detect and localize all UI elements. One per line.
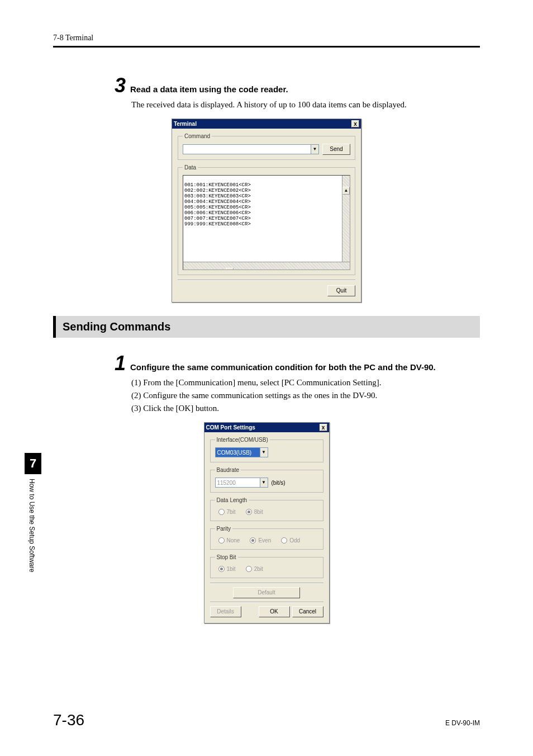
close-icon[interactable]: x [320, 424, 327, 431]
step-3-body: The received data is displayed. A histor… [131, 99, 474, 111]
section-heading-sending-commands: Sending Commands [53, 316, 480, 338]
cancel-button[interactable]: Cancel [292, 606, 323, 617]
com-port-settings-dialog: COM Port Settings x Interface(COM/USB) C… [204, 422, 330, 623]
baudrate-combobox[interactable]: 115200 ▼ [215, 478, 268, 488]
stopbit-legend: Stop Bit [215, 554, 238, 560]
running-head: 7-8 Terminal [53, 34, 480, 42]
page-number: 7-36 [53, 711, 84, 729]
baudrate-legend: Baudrate [215, 467, 241, 473]
scroll-left-icon[interactable]: ◄ [226, 268, 234, 270]
interface-combobox[interactable]: COM03(USB) ▼ [215, 447, 268, 457]
command-legend: Command [183, 133, 212, 139]
quit-button[interactable]: Quit [327, 285, 355, 296]
data-legend: Data [183, 164, 198, 171]
step-1-line-3: (3) Click the [OK] button. [131, 403, 474, 414]
default-button[interactable]: Default [233, 587, 300, 598]
parity-none-radio[interactable]: None [218, 537, 240, 544]
terminal-title: Terminal [174, 121, 197, 127]
step-1-line-1: (1) From the [Communication] menu, selec… [131, 377, 474, 389]
step-1-line-2: (2) Configure the same communication set… [131, 390, 474, 401]
parity-odd-radio[interactable]: Odd [281, 537, 300, 544]
header-rule [53, 46, 480, 48]
datalength-8bit-radio[interactable]: 8bit [246, 509, 263, 515]
step-1-title: Configure the same communication conditi… [130, 362, 436, 372]
com-dialog-title: COM Port Settings [206, 424, 255, 431]
datalength-7bit-radio[interactable]: 7bit [218, 509, 236, 515]
chevron-down-icon[interactable]: ▼ [260, 448, 268, 457]
step-3-title: Read a data item using the code reader. [130, 84, 288, 94]
step-number-1: 1 [115, 353, 126, 374]
interface-value: COM03(USB) [217, 450, 252, 456]
chevron-down-icon[interactable]: ▼ [260, 478, 268, 487]
terminal-dialog: Terminal x Command ▼ Send Data [172, 119, 361, 303]
close-icon[interactable]: x [351, 120, 359, 127]
stopbit-1-radio[interactable]: 1bit [218, 566, 236, 572]
chevron-down-icon[interactable]: ▼ [311, 145, 318, 154]
stopbit-2-radio[interactable]: 2bit [246, 566, 263, 572]
parity-even-radio[interactable]: Even [250, 537, 271, 544]
chapter-caption: How to Use the Setup Software [25, 479, 36, 572]
scroll-up-icon[interactable]: ▲ [342, 187, 350, 195]
datalength-legend: Data Length [215, 497, 249, 503]
step-number-3: 3 [115, 75, 126, 96]
parity-legend: Parity [215, 526, 233, 532]
interface-legend: Interface(COM/USB) [215, 437, 270, 443]
data-lines: 001:001:KEYENCE001<CR> 002:002:KEYENCE00… [184, 182, 251, 227]
ok-button[interactable]: OK [259, 606, 290, 617]
vertical-scrollbar[interactable]: ▲ [342, 176, 350, 262]
baudrate-unit: (bit/s) [272, 480, 285, 486]
command-combobox[interactable]: ▼ [183, 144, 319, 154]
chapter-tab: 7 [25, 453, 41, 474]
details-button[interactable]: Details [210, 606, 241, 617]
baudrate-value: 115200 [217, 480, 236, 486]
horizontal-scrollbar[interactable]: ◄ ► [183, 262, 350, 270]
document-id: E DV-90-IM [445, 719, 480, 727]
data-listbox[interactable]: 001:001:KEYENCE001<CR> 002:002:KEYENCE00… [183, 175, 350, 270]
send-button[interactable]: Send [322, 144, 350, 155]
